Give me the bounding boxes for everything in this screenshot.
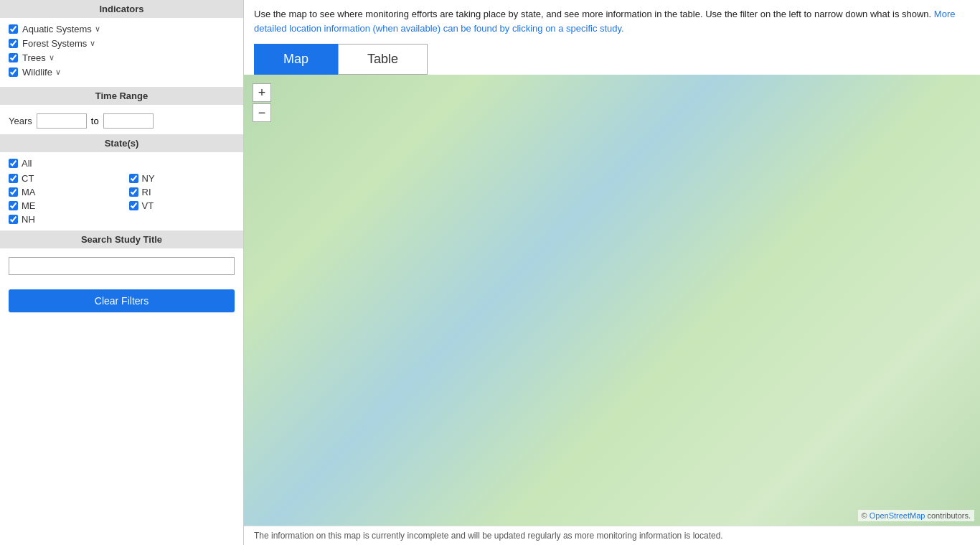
- state-vt[interactable]: VT: [129, 200, 235, 211]
- years-from-input[interactable]: [37, 113, 87, 129]
- indicators-section: Aquatic Systems ∨ Forest Systems ∨ Trees…: [0, 18, 243, 87]
- main-panel: Use the map to see where monitoring effo…: [244, 0, 980, 545]
- zoom-controls: + −: [253, 83, 271, 124]
- states-header: State(s): [0, 134, 243, 152]
- indicator-wildlife[interactable]: Wildlife ∨: [9, 67, 235, 78]
- state-ny-label: NY: [142, 173, 155, 184]
- state-ma-checkbox[interactable]: [9, 187, 18, 197]
- state-ma-label: MA: [22, 187, 36, 197]
- state-ma[interactable]: MA: [9, 187, 115, 197]
- indicator-aquatic-checkbox[interactable]: [9, 24, 18, 34]
- all-states-label: All: [22, 158, 32, 169]
- map-attribution: © OpenStreetMap contributors.: [858, 510, 974, 521]
- indicator-aquatic-chevron: ∨: [95, 24, 100, 34]
- indicator-wildlife-chevron: ∨: [55, 67, 61, 77]
- state-vt-label: VT: [142, 200, 154, 211]
- map-container: ME: 100 VT: 109 NH: 106 NY: 119 MA: 113 …: [244, 75, 980, 526]
- years-to-input[interactable]: [103, 113, 154, 129]
- state-ct-label: CT: [22, 173, 34, 184]
- tab-table[interactable]: Table: [338, 44, 428, 75]
- indicator-forest-label: Forest Systems: [22, 38, 87, 49]
- indicator-wildlife-checkbox[interactable]: [9, 67, 18, 77]
- state-ri-checkbox[interactable]: [129, 187, 138, 197]
- sidebar: Indicators Aquatic Systems ∨ Forest Syst…: [0, 0, 244, 545]
- intro-text-1: Use the map to see where monitoring effo…: [254, 9, 934, 19]
- indicator-trees-checkbox[interactable]: [9, 53, 18, 62]
- indicator-aquatic-label: Aquatic Systems: [22, 24, 92, 34]
- attribution-suffix: contributors.: [927, 511, 971, 520]
- state-nh-label: NH: [22, 214, 35, 225]
- state-me-label: ME: [22, 200, 36, 211]
- search-section: [0, 248, 243, 281]
- map-background: [244, 75, 980, 526]
- to-label: to: [91, 116, 99, 126]
- indicator-forest-chevron: ∨: [90, 39, 95, 48]
- state-ri[interactable]: RI: [129, 187, 235, 197]
- intro-text: Use the map to see where monitoring effo…: [244, 0, 980, 39]
- state-ny-checkbox[interactable]: [129, 174, 138, 183]
- indicator-forest-checkbox[interactable]: [9, 39, 18, 48]
- zoom-out-button[interactable]: −: [253, 103, 271, 122]
- search-header: Search Study Title: [0, 230, 243, 248]
- years-label: Years: [9, 116, 32, 126]
- zoom-in-button[interactable]: +: [253, 83, 271, 102]
- indicator-aquatic[interactable]: Aquatic Systems ∨: [9, 24, 235, 34]
- states-grid: CT NY MA RI ME VT: [9, 173, 235, 225]
- attribution-link[interactable]: OpenStreetMap: [870, 511, 925, 520]
- state-ct[interactable]: CT: [9, 173, 115, 184]
- state-ct-checkbox[interactable]: [9, 174, 18, 183]
- time-range-section: Years to: [0, 105, 243, 134]
- state-me[interactable]: ME: [9, 200, 115, 211]
- state-vt-checkbox[interactable]: [129, 201, 138, 210]
- search-study-input[interactable]: [9, 257, 235, 275]
- indicators-header: Indicators: [0, 0, 243, 18]
- indicator-forest[interactable]: Forest Systems ∨: [9, 38, 235, 49]
- indicator-trees[interactable]: Trees ∨: [9, 52, 235, 63]
- indicator-trees-label: Trees: [22, 52, 46, 63]
- bottom-note-text: The information on this map is currently…: [254, 531, 723, 541]
- state-me-checkbox[interactable]: [9, 201, 18, 210]
- states-section: All CT NY MA RI ME: [0, 152, 243, 230]
- indicator-wildlife-label: Wildlife: [22, 67, 52, 78]
- clear-filters-button[interactable]: Clear Filters: [9, 289, 235, 312]
- bottom-note: The information on this map is currently…: [244, 526, 980, 545]
- tab-map[interactable]: Map: [254, 44, 338, 75]
- state-nh-checkbox[interactable]: [9, 215, 18, 224]
- all-states-checkbox[interactable]: [9, 159, 18, 168]
- tabs: Map Table: [254, 44, 970, 75]
- all-states-item[interactable]: All: [9, 158, 235, 169]
- time-range-header: Time Range: [0, 87, 243, 105]
- state-nh[interactable]: NH: [9, 214, 115, 225]
- indicator-trees-chevron: ∨: [49, 53, 55, 62]
- attribution-prefix: ©: [862, 511, 867, 520]
- state-ri-label: RI: [142, 187, 151, 197]
- state-ny[interactable]: NY: [129, 173, 235, 184]
